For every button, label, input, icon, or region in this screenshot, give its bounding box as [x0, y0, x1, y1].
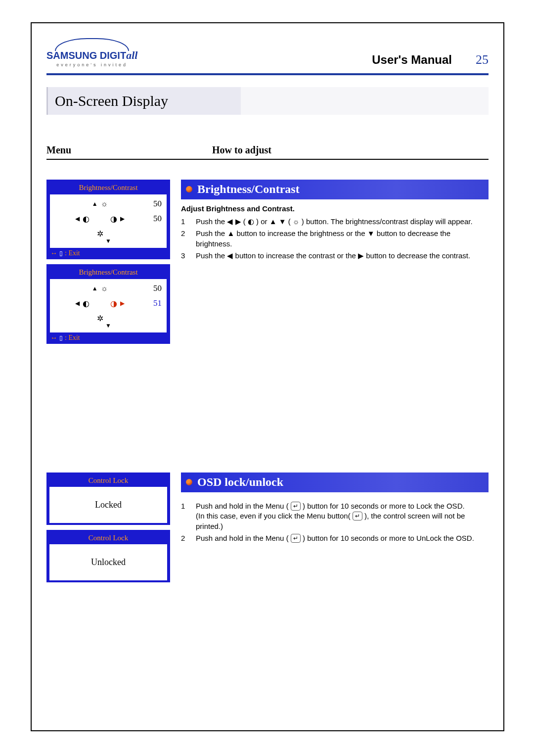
down-icon: ▼ [105, 237, 111, 244]
header-rule [46, 73, 489, 75]
page-title: On-Screen Display [55, 93, 168, 109]
step-3: 3Push the ◀ button to increase the contr… [181, 251, 489, 261]
step-text: Push the ▲ button to increase the bright… [196, 229, 489, 249]
lock-status: Locked [49, 487, 167, 523]
left-icon: ◀ [75, 215, 80, 223]
contrast-icon: ◐ [83, 214, 89, 224]
menu-button-icon: ↵ [291, 534, 301, 543]
osd-title: Control Lock [49, 475, 167, 487]
step-1: 1 Push and hold in the Menu ( ↵ ) button… [181, 501, 489, 531]
lock-osd-previews: Control Lock Locked Control Lock Unlocke… [46, 472, 170, 587]
down-icons: ✲ [55, 314, 145, 323]
osd-row-contrast: ◀ ◐ ◑ ▶ 50 [55, 211, 162, 226]
contrast-icons: ◀ ◐ ◑ ▶ [55, 299, 145, 308]
up-icon: ▲ [92, 200, 98, 208]
step-text: Push the ◀ ▶ ( ◐ ) or ▲ ▼ ( ☼ ) button. … [196, 217, 489, 227]
bc-osd-previews: Brightness/Contrast ▲ ☼ 50 ◀ ◐ [46, 180, 170, 349]
bullet-icon [186, 186, 192, 192]
column-headers: Menu How to adjust [46, 144, 489, 156]
contrast-icon: ◑ [110, 214, 117, 224]
column-headers-rule [46, 159, 489, 160]
exit-square-icon: ▯ [59, 250, 63, 257]
section-brightness-contrast: Brightness/Contrast ▲ ☼ 50 ◀ ◐ [46, 180, 489, 349]
brightness-value: 50 [145, 199, 162, 209]
col-header-menu: Menu [46, 144, 212, 156]
step-num: 3 [181, 251, 189, 261]
text: Push and hold in the Menu ( [196, 502, 291, 510]
osd-preview-unlocked: Control Lock Unlocked [46, 530, 170, 582]
down-icons: ✲ [55, 229, 145, 238]
right-icon-active: ▶ [120, 300, 125, 307]
brightness-alt-icon: ✲ [97, 314, 103, 323]
step-1: 1Push the ◀ ▶ ( ◐ ) or ▲ ▼ ( ☼ ) button.… [181, 217, 489, 227]
down-icon: ▼ [105, 322, 111, 329]
header-right: User's Manual 25 [372, 52, 489, 67]
osd-exit-hint: ↔▯: Exit [49, 248, 167, 257]
osd-preview-bc-1: Brightness/Contrast ▲ ☼ 50 ◀ ◐ [46, 180, 170, 259]
title-band-right [241, 87, 489, 115]
brightness-icons: ▲ ☼ [55, 284, 145, 293]
osd-title: Brightness/Contrast [49, 267, 167, 279]
brightness-icons: ▲ ☼ [55, 199, 145, 208]
step-num: 1 [181, 217, 189, 227]
osd-preview-bc-2: Brightness/Contrast ▲ ☼ 50 ◀ ◐ [46, 264, 170, 344]
contrast-value: 51 [145, 298, 162, 308]
step-num: 2 [181, 533, 189, 543]
osd-title: Control Lock [49, 533, 167, 544]
contrast-icon-active: ◑ [110, 299, 117, 308]
lock-instructions: OSD lock/unlock 1 Push and hold in the M… [181, 472, 489, 587]
exit-icon: ↔ [50, 334, 57, 341]
text: Push and hold in the Menu ( [196, 534, 291, 542]
manual-label: User's Manual [372, 53, 452, 67]
bc-instructions: Brightness/Contrast Adjust Brightness an… [181, 180, 489, 349]
lock-status: Unlocked [49, 544, 167, 580]
step-num: 1 [181, 501, 189, 531]
page-frame: SAMSUNG DIGITall everyone's invited User… [31, 22, 504, 731]
step-text: Push and hold in the Menu ( ↵ ) button f… [196, 533, 489, 543]
step-text: Push the ◀ button to increase the contra… [196, 251, 489, 261]
osd-preview-locked: Control Lock Locked [46, 472, 170, 525]
menu-button-icon: ↵ [353, 512, 362, 520]
brand-text: SAMSUNG DIGIT [46, 50, 126, 61]
section-gap [32, 349, 503, 453]
up-icon: ▲ [92, 285, 98, 292]
contrast-icon: ◐ [83, 299, 89, 308]
bc-steps: 1Push the ◀ ▶ ( ◐ ) or ▲ ▼ ( ☼ ) button.… [181, 217, 489, 261]
brightness-value: 50 [145, 284, 162, 293]
lock-steps: 1 Push and hold in the Menu ( ↵ ) button… [181, 501, 489, 543]
page-header: SAMSUNG DIGITall everyone's invited User… [32, 23, 503, 71]
heading-text: Brightness/Contrast [197, 183, 300, 196]
step-num: 2 [181, 229, 189, 249]
brightness-alt-icon: ✲ [97, 229, 103, 238]
osd-row-contrast: ◀ ◐ ◑ ▶ 51 [55, 296, 162, 311]
section-osd-lock: Control Lock Locked Control Lock Unlocke… [46, 472, 489, 587]
left-icon: ◀ [75, 300, 80, 307]
exit-square-icon: ▯ [59, 334, 63, 341]
osd-body: ▲ ☼ 50 ◀ ◐ ◑ ▶ 50 [49, 194, 167, 248]
osd-title: Brightness/Contrast [49, 183, 167, 194]
text: (In this case, even if you click the Men… [196, 512, 353, 520]
brand-name: SAMSUNG DIGITall [46, 49, 137, 62]
step-2: 2Push the ▲ button to increase the brigh… [181, 229, 489, 249]
brand-tagline: everyone's invited [56, 62, 128, 67]
osd-body: ▲ ☼ 50 ◀ ◐ ◑ ▶ 51 [49, 279, 167, 333]
osd-row-brightness: ▲ ☼ 50 [55, 196, 162, 211]
section-heading-lock: OSD lock/unlock [181, 472, 489, 492]
sun-icon: ☼ [101, 284, 108, 293]
brand-logo: SAMSUNG DIGITall everyone's invited [46, 38, 137, 67]
bullet-icon [186, 479, 192, 485]
title-band-left: On-Screen Display [46, 87, 241, 115]
title-band: On-Screen Display [46, 87, 489, 115]
step-2: 2 Push and hold in the Menu ( ↵ ) button… [181, 533, 489, 543]
heading-text: OSD lock/unlock [197, 475, 283, 489]
osd-row-brightness: ▲ ☼ 50 [55, 281, 162, 296]
page-number: 25 [476, 52, 489, 67]
osd-exit-hint: ↔▯: Exit [49, 333, 167, 342]
text: ) button for 10 seconds or more to UnLoc… [301, 534, 474, 542]
menu-button-icon: ↵ [291, 502, 301, 511]
sun-icon: ☼ [101, 199, 108, 208]
exit-label: : Exit [65, 249, 80, 257]
brand-italic: all [126, 49, 137, 61]
contrast-value: 50 [145, 214, 162, 224]
bc-subheading: Adjust Brightness and Contrast. [181, 204, 489, 213]
